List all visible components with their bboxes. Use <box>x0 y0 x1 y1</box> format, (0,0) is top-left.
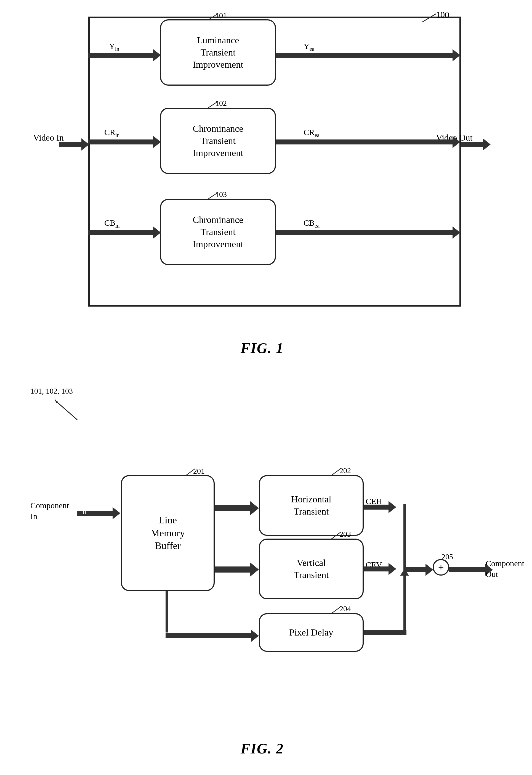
ref-103: 103 <box>215 190 227 199</box>
fig1-title: FIG. 1 <box>241 340 284 356</box>
cbea-label: CBea <box>304 218 320 229</box>
fig1-ref-100: 100 <box>436 10 449 20</box>
pixel-delay-box: Pixel Delay <box>259 613 364 652</box>
arrow-lmb-down <box>166 591 168 633</box>
page: 100 LuminanceTransientImprovement 101 Ch… <box>0 0 532 775</box>
arrow-lmb-pixel-h <box>166 630 259 642</box>
ref-204: 204 <box>339 604 351 613</box>
pixel-delay-up-bar <box>403 570 406 633</box>
svg-line-5 <box>55 400 56 401</box>
ref-201: 201 <box>193 467 205 476</box>
fig1-diagram: 100 LuminanceTransientImprovement 101 Ch… <box>28 8 497 362</box>
ref101103-callout-svg <box>52 399 86 421</box>
arrow-comp-in <box>77 507 121 519</box>
line-memory-buffer-box: LineMemoryBuffer <box>121 475 215 591</box>
ref-202: 202 <box>339 466 351 475</box>
ref-203: 203 <box>339 530 351 538</box>
component-in-label: ComponentIn <box>30 500 69 521</box>
fig2-diagram: 101, 102, 103 ComponentIn LineMemoryBuff… <box>28 384 497 760</box>
arrow-yin <box>88 49 161 61</box>
arrow-vt-right <box>364 563 397 575</box>
cbin-label: CBin <box>104 218 120 229</box>
right-vertical-bar <box>403 504 406 570</box>
plus-circle-205: + <box>433 559 449 575</box>
crin-label: CRin <box>104 127 120 138</box>
arrow-videoout <box>461 138 491 150</box>
box-102: ChrominanceTransientImprovement <box>160 108 276 174</box>
box-103: ChrominanceTransientImprovement <box>160 199 276 265</box>
fig2-title: FIG. 2 <box>241 741 284 757</box>
ref-205: 205 <box>441 552 453 561</box>
crea-label: CRea <box>304 127 320 138</box>
horizontal-transient-box: HorizontalTransient <box>259 475 364 536</box>
arrow-lmb-horiz <box>215 501 259 515</box>
arrow-lmb-vert <box>215 562 259 577</box>
ref-102: 102 <box>215 99 227 108</box>
arrow-ht-right <box>364 501 397 513</box>
vertical-transient-box: VerticalTransient <box>259 538 364 599</box>
arrow-videoin <box>59 138 90 150</box>
yea-label: Yea <box>304 41 314 52</box>
svg-line-4 <box>55 400 77 420</box>
box-101: LuminanceTransientImprovement <box>160 19 276 86</box>
arrow-cbin <box>88 227 161 239</box>
fig2-ref-101-103: 101, 102, 103 <box>30 387 73 396</box>
arrow-to-circle <box>406 564 434 576</box>
arrow-crin <box>88 136 161 148</box>
ref-101: 101 <box>215 11 227 20</box>
svg-line-6 <box>56 401 57 403</box>
component-out-label: ComponentOut <box>486 558 524 579</box>
pixel-delay-right-arrow <box>364 630 406 635</box>
yin-label: Yin <box>109 41 119 52</box>
